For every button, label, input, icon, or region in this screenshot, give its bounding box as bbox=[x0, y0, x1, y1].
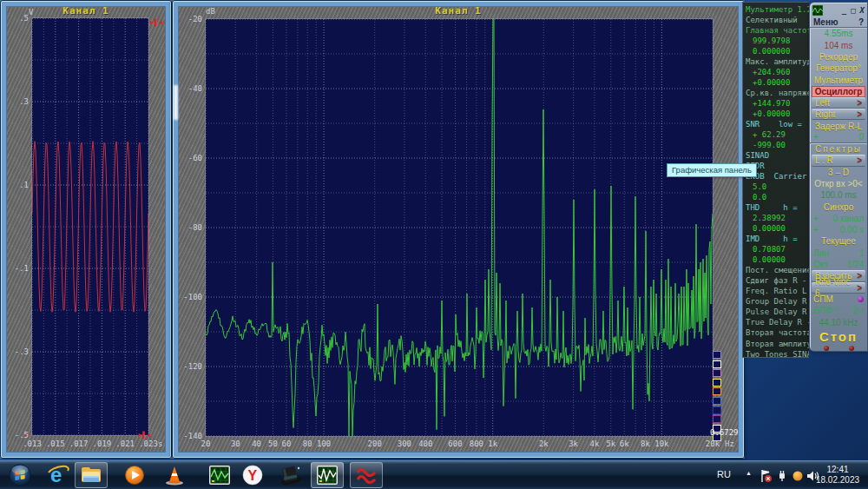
cpanel-row-бпф-[interactable]: БПФ °2¹⁶ bbox=[810, 305, 867, 316]
cpanel-row-спм[interactable]: СПМ bbox=[810, 294, 867, 305]
app-scope-icon bbox=[812, 5, 823, 16]
osc-y-tick: -.1 bbox=[0, 264, 29, 273]
readout-line: Вторая частота bbox=[746, 327, 809, 338]
osc-x-tick: .019 bbox=[93, 439, 112, 448]
spec-x-tick: 600 bbox=[448, 439, 462, 448]
cpanel-row-l-r[interactable]: L . R> bbox=[812, 155, 865, 166]
color-swatch[interactable] bbox=[713, 351, 721, 359]
power-plug-icon[interactable] bbox=[776, 469, 788, 483]
cpanel-row-задерж-r-l[interactable]: Задерж R-L bbox=[810, 120, 867, 131]
cpanel-row-right[interactable]: Right> bbox=[812, 109, 865, 120]
cpanel-row-генератор-[interactable]: Генератор° bbox=[810, 63, 867, 74]
cpanel-row-100-0-ms[interactable]: 100.0 ms bbox=[810, 189, 867, 201]
readout-line: IMD h = bbox=[746, 234, 809, 244]
cpanel-row-left[interactable]: Left> bbox=[812, 97, 865, 109]
submenu-arrow-icon: > bbox=[857, 282, 862, 294]
cpanel-row-4-55ms[interactable]: 4.55ms bbox=[810, 28, 867, 39]
cpanel-value: 0 bbox=[858, 131, 864, 142]
osc-cursor-marker-top-icon[interactable]: ►▌◄ bbox=[149, 19, 163, 25]
readout-line: Two Tones SINAD bbox=[746, 349, 809, 358]
cpanel-row-откр-вх-0-[interactable]: Откр вх >0< bbox=[810, 178, 867, 189]
color-swatch[interactable] bbox=[713, 387, 721, 395]
readout-line: +0.00000 bbox=[746, 77, 809, 88]
taskbar-waves-app[interactable] bbox=[350, 462, 383, 488]
taskbar-internet-explorer[interactable]: e bbox=[46, 462, 70, 488]
readout-line: 0.70807 bbox=[746, 244, 809, 254]
readout-line: Сдвиг фаз R - L bbox=[746, 275, 809, 286]
top-hat-icon bbox=[277, 464, 303, 486]
cpanel-row--[interactable]: +0.00 s bbox=[810, 224, 867, 235]
readout-line: +144.970 bbox=[746, 98, 809, 109]
oscilloscope-plot[interactable] bbox=[32, 18, 148, 435]
spectrum-analyzer-icon bbox=[208, 465, 231, 486]
cpanel-row-3-d[interactable]: 3 – D bbox=[810, 167, 867, 178]
taskbar-yandex-browser[interactable]: Y bbox=[240, 462, 265, 488]
cpanel-label: Задерж R-L bbox=[815, 121, 862, 132]
color-swatch[interactable] bbox=[713, 406, 721, 414]
cpanel-row-104-ms[interactable]: 104 ms bbox=[810, 40, 867, 51]
readout-line: -999.00 bbox=[746, 140, 809, 150]
cpanel-label: + bbox=[813, 131, 819, 142]
red-waves-icon bbox=[355, 466, 378, 485]
play-circle-icon bbox=[124, 465, 145, 486]
tray-expand-caret-icon[interactable]: ▲ bbox=[746, 470, 752, 476]
cpanel-row--[interactable]: +0 канал bbox=[810, 213, 867, 224]
spec-y-tick: -120 bbox=[174, 362, 202, 371]
cpanel-row-мультиметр[interactable]: Мультиметр bbox=[810, 74, 867, 85]
cpanel-label: 3 – D bbox=[828, 167, 849, 178]
spec-x-tick: 50 bbox=[268, 439, 278, 448]
taskbar-analyzer-scope-2[interactable] bbox=[311, 462, 344, 488]
cpanel-row-rife-vinc-6[interactable]: Rife-Vinc 6> bbox=[812, 282, 865, 294]
osc-x-tick: .013 bbox=[23, 439, 42, 448]
readout-line: THD h = bbox=[746, 202, 809, 213]
start-button[interactable] bbox=[7, 462, 33, 488]
cpanel-label: Мультиметр bbox=[814, 75, 863, 86]
volume-orange-icon[interactable] bbox=[792, 470, 804, 482]
action-center-flag-icon[interactable] bbox=[759, 469, 773, 483]
cpanel-row-лин[interactable]: Лин1 bbox=[810, 248, 867, 259]
maximize-button[interactable]: □ bbox=[851, 6, 855, 15]
cpanel-row-меню[interactable]: Меню? bbox=[810, 17, 867, 28]
cpanel-row-осциллогр[interactable]: Осциллогр bbox=[812, 86, 865, 97]
control-panel[interactable]: _ □ X Меню?4.55ms104 msРекордерГенератор… bbox=[809, 2, 868, 352]
taskbar-analyzer-scope-1[interactable] bbox=[207, 462, 233, 488]
spec-x-tick: 100 bbox=[317, 439, 331, 448]
color-swatch[interactable] bbox=[713, 397, 721, 405]
osc-cursor-marker-right-icon[interactable]: ►▌◄ bbox=[137, 432, 151, 438]
taskbar-vlc[interactable] bbox=[162, 462, 187, 488]
color-swatch[interactable] bbox=[713, 360, 721, 368]
oscilloscope-window[interactable]: Канал 1 V s ►▌◄ ◄ ►▌◄ .5.3.1-.1-.3-.5.01… bbox=[0, 0, 172, 459]
submenu-arrow-icon: > bbox=[857, 109, 862, 120]
taskbar: e bbox=[0, 460, 868, 489]
cpanel-row-синхро[interactable]: Синхро bbox=[810, 201, 867, 212]
spec-x-tick: 5k bbox=[606, 439, 615, 448]
readout-line: True Delay R - L bbox=[746, 317, 809, 327]
control-panel-titlebar[interactable]: _ □ X bbox=[810, 3, 867, 17]
spectrum-analyzer-icon bbox=[316, 465, 339, 486]
cpanel-row-44-10-khz[interactable]: 44.10 kHz bbox=[810, 316, 867, 327]
language-indicator[interactable]: RU bbox=[717, 469, 731, 479]
cpanel-row-текущее[interactable]: Текущее bbox=[810, 235, 867, 247]
cpanel-row-рекордер[interactable]: Рекордер bbox=[810, 51, 867, 63]
cpanel-row-спектры[interactable]: Спектры bbox=[810, 143, 867, 155]
cpanel-value: 0 канал bbox=[833, 213, 864, 224]
cpanel-row-indicators[interactable] bbox=[810, 345, 867, 353]
cpanel-row--[interactable]: +0 bbox=[810, 132, 867, 143]
osc-x-tick: .023 bbox=[139, 439, 158, 448]
color-swatch[interactable] bbox=[713, 379, 721, 387]
spectrum-plot[interactable] bbox=[206, 19, 713, 436]
taskbar-magic-hat-app[interactable] bbox=[274, 462, 306, 488]
taskbar-media-player[interactable] bbox=[122, 462, 147, 488]
taskbar-clock[interactable]: 12:41 18.02.2023 bbox=[811, 465, 865, 486]
cpanel-row-окт[interactable]: Окт1/24 bbox=[810, 259, 867, 270]
spec-x-tick: 80 bbox=[303, 439, 312, 448]
color-swatch[interactable] bbox=[713, 369, 721, 377]
taskbar-windows-explorer[interactable] bbox=[75, 462, 108, 488]
cpanel-label: 44.10 kHz bbox=[819, 317, 858, 328]
close-button[interactable]: X bbox=[860, 6, 865, 15]
submenu-arrow-icon: > bbox=[857, 155, 862, 166]
cpanel-row-стоп[interactable]: Стоп bbox=[810, 328, 867, 345]
spectrum-window[interactable]: Канал 1 dB Hz -20-40-60-80-100-120-14020… bbox=[172, 0, 745, 459]
minimize-button[interactable]: _ bbox=[842, 6, 846, 15]
color-swatch[interactable] bbox=[713, 415, 721, 423]
